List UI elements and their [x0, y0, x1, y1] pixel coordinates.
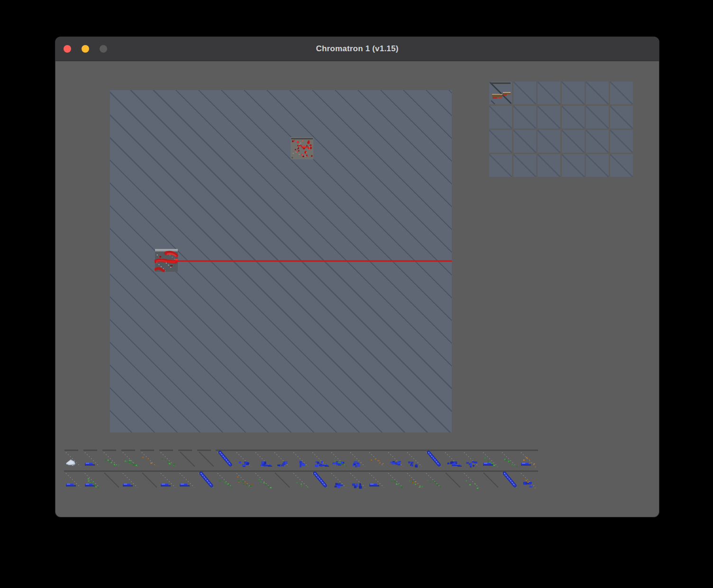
tool-icon-blob-trail[interactable]	[254, 449, 273, 468]
tray-cell[interactable]	[586, 106, 609, 129]
tray-cell[interactable]	[513, 106, 536, 129]
minimize-button[interactable]	[82, 45, 89, 53]
toolbar-row-1	[64, 449, 538, 468]
tool-icon-green[interactable]	[424, 470, 443, 489]
tool-icon-plain[interactable]	[197, 449, 216, 468]
tray-cell[interactable]	[562, 82, 585, 104]
tray-cell[interactable]	[513, 82, 536, 104]
tray-cell[interactable]	[538, 82, 560, 104]
mirror-piece-icon	[489, 82, 512, 104]
tool-icon-blob[interactable]	[405, 449, 424, 468]
tool-icon-orange-bluedash[interactable]	[519, 449, 538, 468]
tool-icon-green-orange[interactable]	[235, 470, 254, 489]
tool-icon-greenblob[interactable]	[121, 449, 140, 468]
tool-icon-bluedash-green[interactable]	[481, 449, 500, 468]
tool-icon-green[interactable]	[102, 449, 121, 468]
tray-cell[interactable]	[610, 82, 633, 104]
tool-icon-snake[interactable]	[424, 449, 443, 468]
tool-icon-bluedash[interactable]	[121, 470, 140, 489]
tool-icon-blob[interactable]	[292, 449, 311, 468]
tray-cell[interactable]	[489, 130, 512, 153]
tray-cell[interactable]	[610, 106, 633, 129]
tray-cell[interactable]	[538, 130, 560, 153]
toolbar-row-2	[64, 470, 538, 489]
tray-cell[interactable]	[562, 130, 585, 153]
tool-icon-bluedash[interactable]	[178, 470, 197, 489]
tool-icon-blob[interactable]	[273, 449, 292, 468]
tool-icon-snake[interactable]	[500, 470, 519, 489]
tool-icon-blob[interactable]	[462, 449, 481, 468]
tool-icon-plain[interactable]	[481, 470, 500, 489]
tray-cell[interactable]	[586, 130, 609, 153]
piece-tray-grid	[489, 82, 633, 177]
tool-icon-blob[interactable]	[235, 449, 254, 468]
tool-icon-snake[interactable]	[197, 470, 216, 489]
tool-icon-green[interactable]	[159, 449, 178, 468]
tray-cell[interactable]	[562, 154, 585, 177]
tool-icon-bluedash[interactable]	[83, 449, 102, 468]
close-button[interactable]	[64, 45, 71, 53]
app-window: Chromatron 1 (v1.15)	[55, 37, 659, 517]
laser-beam	[167, 260, 452, 262]
window-title: Chromatron 1 (v1.15)	[55, 44, 659, 54]
tray-cell[interactable]	[610, 130, 633, 153]
tool-icon-gdots[interactable]	[292, 470, 311, 489]
tool-icon-blob[interactable]	[348, 449, 367, 468]
tray-cell[interactable]	[489, 106, 512, 129]
tray-cell[interactable]	[586, 82, 609, 104]
tool-icon-orange[interactable]	[367, 449, 386, 468]
tray-cell[interactable]	[586, 154, 609, 177]
tool-icon-snake[interactable]	[311, 470, 329, 489]
tool-icon-plain[interactable]	[443, 470, 462, 489]
tool-icon-plain[interactable]	[102, 470, 121, 489]
tool-icon-orange[interactable]	[140, 449, 159, 468]
tool-icon-blob-green[interactable]	[329, 449, 348, 468]
tool-icon-snake[interactable]	[216, 449, 235, 468]
tool-icon-pale[interactable]	[64, 449, 83, 468]
tool-icon-green-orange[interactable]	[405, 470, 424, 489]
tool-icon-plain[interactable]	[140, 470, 159, 489]
tool-icon-green[interactable]	[500, 449, 519, 468]
tool-icon-bluedash[interactable]	[159, 470, 178, 489]
tool-icon-plain[interactable]	[178, 449, 197, 468]
tray-cell[interactable]	[538, 106, 560, 129]
tool-icon-bluedash[interactable]	[64, 470, 83, 489]
tray-cell[interactable]	[489, 154, 512, 177]
tool-icon-green-bluedash[interactable]	[83, 470, 102, 489]
tool-icon-blob[interactable]	[386, 449, 405, 468]
tool-icon-blob[interactable]	[348, 470, 367, 489]
tool-icon-bluedash[interactable]	[367, 470, 386, 489]
window-content	[55, 61, 659, 517]
tool-icon-green[interactable]	[254, 470, 273, 489]
tool-icon-blob-trail[interactable]	[311, 449, 329, 468]
tray-cell[interactable]	[610, 154, 633, 177]
tray-cell[interactable]	[538, 154, 560, 177]
traffic-lights	[64, 45, 107, 53]
tool-icon-blob-orange[interactable]	[519, 470, 538, 489]
titlebar[interactable]: Chromatron 1 (v1.15)	[55, 37, 659, 61]
tray-cell[interactable]	[513, 130, 536, 153]
zoom-button[interactable]	[100, 45, 107, 53]
tool-icon-blob[interactable]	[329, 470, 348, 489]
tool-icon-gdots[interactable]	[462, 470, 481, 489]
tool-icon-blob-trail[interactable]	[443, 449, 462, 468]
tray-cell[interactable]	[562, 106, 585, 129]
tool-icon-green[interactable]	[216, 470, 235, 489]
game-board[interactable]	[110, 90, 452, 432]
tray-cell-mirror-piece[interactable]	[489, 82, 512, 104]
tray-cell[interactable]	[513, 154, 536, 177]
red-beam-target[interactable]	[290, 136, 314, 160]
tool-icon-plain[interactable]	[273, 470, 292, 489]
tool-icon-green[interactable]	[386, 470, 405, 489]
